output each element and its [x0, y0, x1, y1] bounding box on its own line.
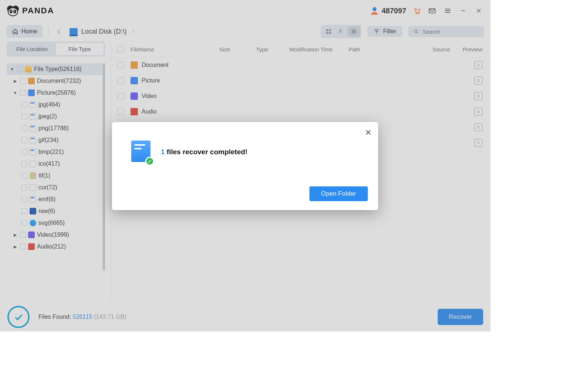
- filter-button[interactable]: Filter: [367, 26, 402, 37]
- user-badge[interactable]: 487097: [370, 6, 406, 16]
- recovered-text: files recover completed!: [167, 148, 248, 156]
- cart-icon[interactable]: [411, 6, 422, 16]
- mail-icon[interactable]: [427, 6, 437, 16]
- svg-point-20: [477, 126, 479, 128]
- minimize-icon[interactable]: [458, 6, 468, 16]
- row-name: Document: [142, 62, 230, 68]
- row-name: Video: [142, 93, 230, 99]
- col-preview[interactable]: Preview: [462, 46, 482, 53]
- breadcrumb-text: Local Disk (D:\): [81, 28, 127, 36]
- tree-ico[interactable]: ico(417): [7, 158, 105, 170]
- tree-scrollbar[interactable]: [103, 63, 105, 285]
- tree-bmp[interactable]: bmp(221): [7, 146, 105, 158]
- files-found-size: (143.71 GB): [94, 314, 126, 320]
- view-switch: [321, 25, 362, 38]
- row-checkbox[interactable]: [117, 77, 124, 84]
- document-success-icon: ✓: [131, 141, 152, 163]
- svg-point-13: [327, 32, 328, 34]
- dialog-message: 1 files recover completed!: [161, 148, 247, 156]
- tree-jpeg[interactable]: jpeg(2): [7, 111, 105, 122]
- table-row[interactable]: Picture: [111, 73, 491, 88]
- svg-point-3: [10, 10, 13, 13]
- svg-point-5: [11, 11, 12, 12]
- row-name: Audio: [142, 108, 230, 115]
- recover-button[interactable]: Recover: [438, 309, 483, 325]
- tree-root[interactable]: ▼File Type(526116): [7, 63, 105, 75]
- view-list-button[interactable]: [347, 26, 360, 37]
- tree-gif[interactable]: gif(234): [7, 134, 105, 146]
- svg-point-4: [13, 10, 16, 13]
- svg-point-14: [329, 32, 331, 34]
- select-all-checkbox[interactable]: [117, 46, 124, 53]
- app-logo: PANDA: [7, 5, 54, 16]
- tree-tif[interactable]: tif(1): [7, 170, 105, 182]
- table-row[interactable]: Video: [111, 88, 491, 104]
- preview-icon[interactable]: [474, 139, 482, 147]
- tree-document[interactable]: ▶Document(7232): [7, 75, 105, 87]
- col-filename[interactable]: FileName: [130, 46, 219, 53]
- preview-icon[interactable]: [474, 123, 482, 131]
- row-type-icon: [130, 92, 138, 100]
- preview-icon[interactable]: [474, 108, 482, 116]
- brand-text: PANDA: [22, 6, 54, 16]
- svg-point-16: [477, 64, 479, 66]
- search-box[interactable]: [408, 26, 484, 37]
- titlebar: PANDA 487097: [0, 0, 491, 21]
- row-checkbox[interactable]: [117, 62, 124, 68]
- tab-file-type[interactable]: File Type: [56, 43, 104, 55]
- col-size[interactable]: Size: [219, 46, 256, 53]
- recover-complete-dialog: ✕ ✓ 1 files recover completed! Open Fold…: [112, 122, 378, 210]
- col-source[interactable]: Source: [433, 46, 462, 53]
- tree-png[interactable]: png(17788): [7, 122, 105, 134]
- svg-point-7: [373, 7, 377, 11]
- tree-video[interactable]: ▶Video(1999): [7, 229, 105, 241]
- close-icon[interactable]: [474, 6, 484, 16]
- svg-rect-10: [429, 9, 435, 13]
- dialog-close-icon[interactable]: ✕: [365, 128, 372, 138]
- row-name: Picture: [142, 77, 230, 84]
- tree-raw[interactable]: raw(6): [7, 205, 105, 217]
- row-checkbox[interactable]: [117, 93, 124, 99]
- svg-point-11: [327, 29, 328, 31]
- sidebar: File Location File Type ▼File Type(52611…: [0, 41, 111, 302]
- tree-picture[interactable]: ▼Picture(25876): [7, 87, 105, 99]
- sidebar-tabs: File Location File Type: [7, 41, 105, 57]
- svg-point-9: [418, 13, 419, 14]
- breadcrumb[interactable]: Local Disk (D:\): [69, 28, 136, 36]
- table-row[interactable]: Audio: [111, 104, 491, 119]
- preview-icon[interactable]: [474, 92, 482, 100]
- tree-jpg[interactable]: jpg(464): [7, 99, 105, 111]
- tree-emf[interactable]: emf(6): [7, 193, 105, 205]
- col-type[interactable]: Type: [256, 46, 289, 53]
- tree-svg[interactable]: svg(6665): [7, 217, 105, 229]
- tab-file-location[interactable]: File Location: [8, 43, 56, 55]
- col-mod[interactable]: Modification Time: [289, 46, 349, 53]
- view-grid-button[interactable]: [322, 26, 335, 37]
- table-row[interactable]: Document: [111, 57, 491, 73]
- tree-audio[interactable]: ▶Audio(212): [7, 241, 105, 253]
- col-path[interactable]: Path: [349, 46, 433, 53]
- row-type-icon: [130, 61, 138, 69]
- home-button[interactable]: Home: [7, 25, 43, 38]
- svg-point-6: [14, 11, 15, 12]
- svg-point-15: [414, 30, 417, 33]
- svg-point-17: [477, 80, 479, 82]
- files-found-count: 526115: [73, 314, 92, 320]
- search-input[interactable]: [423, 28, 479, 35]
- menu-icon[interactable]: [442, 6, 453, 16]
- nav-back-icon[interactable]: [55, 27, 64, 36]
- open-folder-button[interactable]: Open Folder: [309, 186, 368, 201]
- tree-cur[interactable]: cur(72): [7, 182, 105, 193]
- svg-point-12: [329, 29, 331, 31]
- view-sort-button[interactable]: [335, 26, 347, 37]
- row-checkbox[interactable]: [117, 108, 124, 115]
- files-found: Files Found: 526115 (143.71 GB): [38, 314, 126, 320]
- table-header: FileName Size Type Modification Time Pat…: [111, 41, 491, 57]
- preview-icon[interactable]: [474, 61, 482, 69]
- recovered-count: 1: [161, 148, 165, 156]
- preview-icon[interactable]: [474, 77, 482, 85]
- user-id: 487097: [381, 7, 406, 15]
- file-type-tree: ▼File Type(526116) ▶Document(7232) ▼Pict…: [7, 63, 105, 285]
- svg-point-18: [477, 95, 479, 97]
- home-label: Home: [21, 28, 37, 35]
